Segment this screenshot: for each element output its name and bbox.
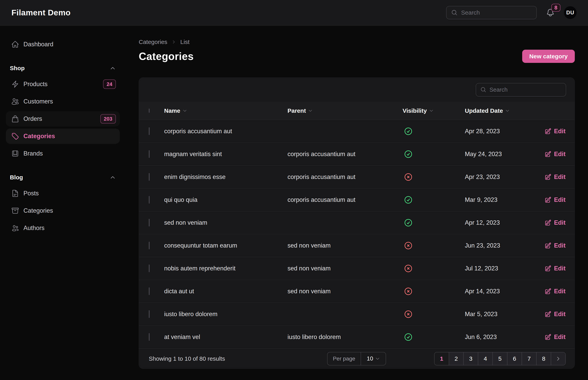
column-header-visibility[interactable]: Visibility — [403, 107, 465, 114]
column-header-name[interactable]: Name — [164, 107, 288, 114]
column-header-parent[interactable]: Parent — [288, 107, 403, 114]
cell-updated-date: Mar 5, 2023 — [465, 311, 530, 318]
pencil-square-icon — [545, 265, 551, 272]
table-row[interactable]: nobis autem reprehenderit sed non veniam… — [139, 257, 575, 280]
row-checkbox[interactable] — [149, 333, 149, 341]
row-checkbox[interactable] — [149, 310, 149, 318]
check-circle-icon — [404, 218, 465, 227]
row-checkbox[interactable] — [149, 242, 149, 249]
pencil-square-icon — [545, 242, 551, 249]
edit-action[interactable]: Edit — [530, 219, 575, 226]
page-button-5[interactable]: 5 — [493, 352, 507, 365]
page-button-1[interactable]: 1 — [435, 352, 449, 365]
pencil-square-icon — [545, 311, 551, 318]
sidebar-item-dashboard[interactable]: Dashboard — [6, 37, 120, 52]
column-header-updated-date[interactable]: Updated Date — [465, 107, 530, 114]
row-checkbox[interactable] — [149, 173, 149, 181]
cell-name: nobis autem reprehenderit — [164, 265, 288, 272]
avatar[interactable]: DU — [564, 6, 577, 19]
edit-action[interactable]: Edit — [530, 288, 575, 295]
row-checkbox[interactable] — [149, 196, 149, 204]
table-row[interactable]: qui quo quia corporis accusantium aut Ma… — [139, 188, 575, 211]
notifications-button[interactable]: 8 — [546, 8, 555, 17]
cell-name: iusto libero dolorem — [164, 311, 288, 318]
sidebar-item-label: Posts — [23, 190, 116, 197]
sidebar-item-label: Brands — [23, 150, 116, 157]
row-checkbox[interactable] — [149, 287, 149, 295]
page-button-6[interactable]: 6 — [507, 352, 522, 365]
table-row[interactable]: at veniam vel iusto libero dolorem Jun 6… — [139, 325, 575, 348]
cell-updated-date: Apr 28, 2023 — [465, 128, 530, 135]
table-row[interactable]: dicta aut ut sed non veniam Apr 14, 2023… — [139, 280, 575, 303]
global-search-input[interactable] — [461, 9, 532, 16]
edit-action[interactable]: Edit — [530, 333, 575, 341]
next-page-button[interactable] — [551, 352, 565, 365]
sidebar-group-blog-toggle[interactable]: Blog — [6, 173, 120, 182]
pencil-square-icon — [545, 174, 551, 180]
table-row[interactable]: sed non veniam Apr 12, 2023 Edit — [139, 211, 575, 234]
sidebar-item-orders[interactable]: Orders 203 — [6, 111, 120, 127]
chevron-up-icon — [110, 175, 115, 180]
cell-parent: corporis accusantium aut — [288, 173, 403, 181]
shopping-bag-icon — [11, 115, 19, 123]
sidebar-group-blog: Blog Posts Categories Authors — [6, 173, 120, 236]
per-page-select[interactable]: Per page 10 — [327, 352, 386, 365]
pencil-square-icon — [545, 196, 551, 203]
table-search[interactable] — [476, 83, 566, 96]
x-circle-icon — [404, 264, 465, 273]
select-all-checkbox[interactable] — [149, 109, 149, 113]
breadcrumb-categories[interactable]: Categories — [139, 39, 167, 45]
group-label: Shop — [10, 65, 25, 72]
sidebar-item-brands[interactable]: Brands — [6, 146, 120, 161]
row-checkbox[interactable] — [149, 150, 149, 158]
results-summary: Showing 1 to 10 of 80 results — [149, 355, 327, 362]
sidebar-group-shop-toggle[interactable]: Shop — [6, 64, 120, 73]
row-checkbox[interactable] — [149, 127, 149, 135]
sidebar-item-label: Customers — [23, 98, 116, 105]
edit-action[interactable]: Edit — [530, 242, 575, 249]
per-page-value[interactable]: 10 — [361, 352, 386, 365]
edit-action[interactable]: Edit — [530, 173, 575, 181]
row-checkbox[interactable] — [149, 265, 149, 272]
pencil-square-icon — [545, 219, 551, 226]
table-search-input[interactable] — [490, 87, 561, 93]
tag-icon — [11, 132, 19, 140]
pencil-square-icon — [545, 151, 551, 157]
table-row[interactable]: corporis accusantium aut Apr 28, 2023 Ed… — [139, 120, 575, 143]
page-button-8[interactable]: 8 — [536, 352, 551, 365]
chevron-down-icon — [429, 109, 434, 113]
cell-updated-date: Jun 23, 2023 — [465, 242, 530, 249]
new-category-button[interactable]: New category — [522, 50, 575, 63]
edit-action[interactable]: Edit — [530, 151, 575, 158]
home-icon — [11, 40, 19, 48]
table-row[interactable]: magnam veritatis sint corporis accusanti… — [139, 143, 575, 165]
edit-action[interactable]: Edit — [530, 265, 575, 272]
page-button-7[interactable]: 7 — [522, 352, 536, 365]
row-checkbox[interactable] — [149, 219, 149, 227]
sidebar-item-categories[interactable]: Categories — [6, 129, 120, 144]
table-row[interactable]: enim dignissimos esse corporis accusanti… — [139, 165, 575, 188]
app-brand[interactable]: Filament Demo — [11, 8, 71, 17]
page-button-2[interactable]: 2 — [449, 352, 463, 365]
table-row[interactable]: consequuntur totam earum sed non veniam … — [139, 234, 575, 257]
x-circle-icon — [404, 172, 465, 182]
search-icon — [451, 9, 458, 16]
page-button-4[interactable]: 4 — [478, 352, 493, 365]
sidebar-item-authors[interactable]: Authors — [6, 220, 120, 236]
page-button-3[interactable]: 3 — [463, 352, 478, 365]
edit-action[interactable]: Edit — [530, 128, 575, 135]
pagination: 1 2 3 4 5 6 7 8 — [434, 352, 566, 365]
cell-name: consequuntur totam earum — [164, 242, 288, 249]
table-row[interactable]: iusto libero dolorem Mar 5, 2023 Edit — [139, 303, 575, 325]
edit-action[interactable]: Edit — [530, 196, 575, 203]
pencil-square-icon — [545, 128, 551, 135]
sidebar-item-products[interactable]: Products 24 — [6, 76, 120, 92]
check-circle-icon — [404, 333, 465, 342]
sidebar-item-posts[interactable]: Posts — [6, 186, 120, 201]
sidebar-item-customers[interactable]: Customers — [6, 94, 120, 109]
orders-count-badge: 203 — [100, 114, 116, 124]
sidebar-item-blog-categories[interactable]: Categories — [6, 203, 120, 218]
global-search[interactable] — [446, 6, 537, 19]
cell-updated-date: Jul 12, 2023 — [465, 265, 530, 272]
edit-action[interactable]: Edit — [530, 311, 575, 318]
